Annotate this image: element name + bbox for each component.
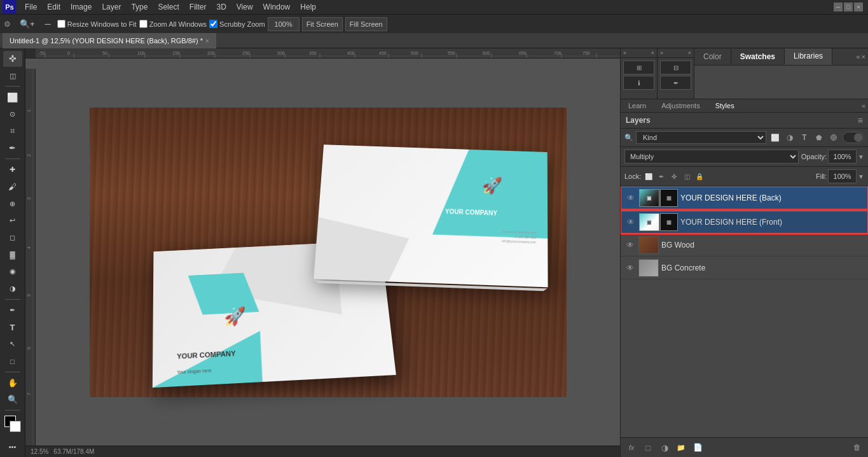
menu-file[interactable]: File (20, 1, 41, 13)
fill-input[interactable] (828, 169, 857, 183)
blur-tool[interactable]: ◉ (3, 264, 22, 280)
tab-bar: Untitled-1 @ 12,5% (YOUR DESIGN HERE (Ba… (0, 33, 868, 48)
crop-tool[interactable]: ⌗ (3, 123, 22, 139)
move-tool[interactable]: ✜ (3, 51, 22, 67)
resize-windows-input[interactable] (57, 20, 65, 28)
tab-close-button[interactable]: × (205, 38, 209, 45)
panels-collapse-button[interactable]: « (856, 53, 860, 60)
add-mask-button[interactable]: □ (641, 440, 655, 454)
maximize-button[interactable]: □ (844, 3, 853, 11)
panels-menu-button[interactable]: × (862, 53, 865, 60)
artboard-tool[interactable]: ◫ (3, 68, 22, 84)
mini-tool-2[interactable]: ℹ (623, 76, 654, 90)
eraser-tool[interactable]: ◻ (3, 230, 22, 246)
layer-visibility-back[interactable]: 👁 (625, 192, 637, 204)
zoom-level-input[interactable] (268, 17, 300, 31)
opacity-input[interactable] (828, 150, 857, 164)
secondary-panel-expand[interactable]: « (862, 102, 865, 109)
dodge-tool[interactable]: ◑ (3, 281, 22, 297)
shape-tool[interactable]: □ (3, 353, 22, 369)
zoom-all-input[interactable] (139, 20, 148, 28)
clone-tool[interactable]: ⊕ (3, 196, 22, 212)
new-layer-button[interactable]: 📄 (691, 440, 705, 454)
filter-toggle[interactable] (843, 132, 864, 143)
tab-adjustments[interactable]: Adjustments (654, 99, 708, 112)
fill-screen-button[interactable]: Fill Screen (345, 17, 387, 31)
tool-options-icon: ⚙ (4, 20, 11, 29)
marquee-tool[interactable]: ⬜ (3, 89, 22, 105)
menu-view[interactable]: View (232, 1, 258, 13)
add-fx-button[interactable]: fx (624, 440, 638, 454)
delete-layer-button[interactable]: 🗑 (850, 440, 864, 454)
menu-layer[interactable]: Layer (97, 1, 125, 13)
resize-windows-checkbox[interactable]: Resize Windows to Fit (57, 20, 137, 28)
gradient-tool[interactable]: ▓ (3, 247, 22, 263)
pen-tool[interactable]: ✒ (3, 302, 22, 318)
tab-swatches[interactable]: Swatches (731, 49, 785, 64)
type-tool[interactable]: T (3, 320, 22, 335)
mini-tool-3[interactable]: ⊟ (660, 60, 691, 74)
zoom-out-button[interactable]: ─ (41, 17, 55, 31)
mini-tool-4[interactable]: ✒ (660, 76, 691, 90)
pixel-filter-icon[interactable]: ⬜ (769, 131, 782, 144)
menu-image[interactable]: Image (66, 1, 96, 13)
lock-all-icon[interactable]: 🔒 (694, 171, 705, 181)
lock-position-icon[interactable]: ✒ (656, 171, 666, 181)
tab-learn[interactable]: Learn (621, 99, 654, 112)
hand-tool[interactable]: ✋ (3, 375, 22, 391)
fill-dropdown-arrow[interactable]: ▼ (858, 173, 864, 180)
shape-filter-icon[interactable]: ⬟ (813, 131, 825, 144)
layer-item-bg-wood[interactable]: 👁 BG Wood (621, 234, 868, 257)
tab-color[interactable]: Color (694, 49, 731, 64)
menu-3d[interactable]: 3D (212, 1, 230, 13)
layer-visibility-bg-wood[interactable]: 👁 (624, 239, 636, 251)
zoom-tool[interactable]: 🔍 (3, 392, 22, 408)
history-brush-tool[interactable]: ↩ (3, 213, 22, 229)
opacity-dropdown-arrow[interactable]: ▼ (858, 153, 864, 160)
zoom-all-windows-checkbox[interactable]: Zoom All Windows (139, 20, 207, 28)
lock-pixels-icon[interactable]: ⬜ (644, 171, 654, 181)
fit-screen-button[interactable]: Fit Screen (302, 17, 343, 31)
menu-type[interactable]: Type (127, 1, 152, 13)
blend-mode-select[interactable]: Multiply (624, 150, 799, 164)
mini-tool-1[interactable]: ⊞ (623, 60, 654, 74)
layer-item-back[interactable]: 👁 ▣ ■ YOUR DESIGN HERE (Back) (621, 186, 868, 209)
path-selection-tool[interactable]: ↖ (3, 336, 22, 352)
minimize-button[interactable]: ─ (834, 3, 843, 11)
mini-panel-1-close[interactable]: × (651, 50, 654, 56)
healing-tool[interactable]: ✚ (3, 162, 22, 178)
lasso-tool[interactable]: ⊙ (3, 106, 22, 122)
background-color[interactable] (10, 421, 21, 432)
foreground-background-colors[interactable] (4, 416, 21, 432)
tab-styles[interactable]: Styles (708, 99, 742, 112)
eyedropper-tool[interactable]: ✒ (3, 141, 22, 157)
menu-filter[interactable]: Filter (185, 1, 211, 13)
menu-help[interactable]: Help (296, 1, 320, 13)
zoom-in-button[interactable]: 🔍+ (16, 17, 39, 31)
adjustment-filter-icon[interactable]: ◑ (783, 131, 796, 144)
kind-filter-select[interactable]: Kind (636, 131, 766, 144)
brush-tool[interactable]: 🖌 (3, 179, 22, 195)
add-adjustment-button[interactable]: ◑ (658, 440, 672, 454)
document-tab[interactable]: Untitled-1 @ 12,5% (YOUR DESIGN HERE (Ba… (3, 33, 216, 48)
scrubby-zoom-input[interactable] (209, 20, 217, 28)
lock-artboard2-icon[interactable]: ◫ (682, 171, 692, 181)
mini-panel-2-close[interactable]: × (688, 50, 691, 56)
lock-artboard-icon[interactable]: ✜ (669, 171, 679, 181)
canvas-content[interactable]: 🚀 YOUR COMPANY Your slogan here (36, 59, 620, 446)
new-group-button[interactable]: 📁 (674, 440, 688, 454)
menu-edit[interactable]: Edit (43, 1, 65, 13)
layer-visibility-front[interactable]: 👁 (625, 216, 637, 228)
type-filter-icon[interactable]: T (798, 131, 811, 144)
smart-filter-icon[interactable] (827, 131, 840, 144)
more-tools[interactable]: ••• (3, 439, 22, 454)
menu-select[interactable]: Select (153, 1, 183, 13)
menu-window[interactable]: Window (259, 1, 295, 13)
layer-visibility-bg-concrete[interactable]: 👁 (624, 262, 636, 274)
layer-item-front[interactable]: 👁 ▣ ■ YOUR DESIGN HERE (Front) (621, 211, 868, 234)
close-button[interactable]: × (854, 3, 863, 11)
tab-libraries[interactable]: Libraries (785, 48, 832, 65)
layers-menu-button[interactable]: ≡ (858, 115, 863, 125)
scrubby-zoom-checkbox[interactable]: Scrubby Zoom (209, 20, 265, 28)
layer-item-bg-concrete[interactable]: 👁 BG Concrete (621, 257, 868, 279)
